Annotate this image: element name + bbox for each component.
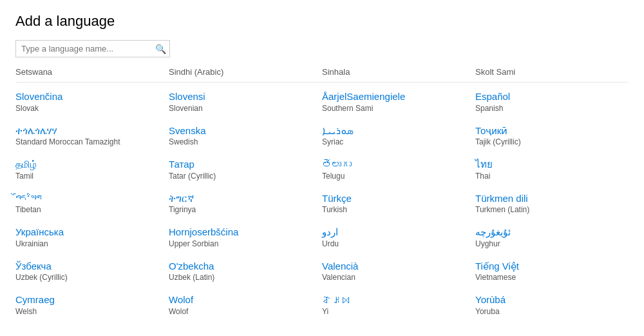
lang-native: Slovensi <box>169 90 316 103</box>
list-item[interactable]: Yorùbá Yoruba <box>475 288 629 322</box>
lang-native: Svenska <box>169 124 316 137</box>
list-item[interactable]: తెలుగు Telugu <box>322 153 475 187</box>
lang-native: తెలుగు <box>322 158 469 171</box>
lang-native: Ўзбекча <box>15 260 162 273</box>
lang-english: Tigrinya <box>169 205 316 214</box>
list-item[interactable]: Slovensi Slovenian <box>169 85 322 119</box>
lang-english: Syriac <box>322 137 469 146</box>
lang-english: Yi <box>322 307 469 316</box>
lang-english: Standard Moroccan Tamazight <box>15 137 162 146</box>
language-grid: Slovenčina Slovak Slovensi Slovenian Åar… <box>15 85 629 322</box>
lang-native: ÅarjelSaemiengiele <box>322 90 469 103</box>
list-item[interactable]: བོད་ཡིག Tibetan <box>15 187 169 221</box>
lang-native: Cymraeg <box>15 293 162 306</box>
partial-lang-sindhi[interactable]: Sindhi (Arabic) <box>169 66 322 79</box>
page-title: Add a language <box>15 13 629 30</box>
lang-english: Ukrainian <box>15 239 162 248</box>
lang-english: Urdu <box>322 239 469 248</box>
list-item[interactable]: Українська Ukrainian <box>15 221 169 255</box>
lang-english: Turkish <box>322 205 469 214</box>
lang-native: Yorùbá <box>475 293 622 306</box>
list-item[interactable]: ꆈꌠꉙ Yi <box>322 288 475 322</box>
list-item[interactable]: O'zbekcha Uzbek (Latin) <box>169 255 322 289</box>
list-item[interactable]: ไทย Thai <box>475 153 629 187</box>
lang-native: Тоҷикӣ <box>475 124 622 137</box>
list-item[interactable]: Tiếng Việt Vietnamese <box>475 255 629 289</box>
partial-lang-sinhala[interactable]: Sinhala <box>322 66 475 79</box>
lang-english: Uzbek (Cyrillic) <box>15 273 162 282</box>
list-item[interactable]: ተጎሌጎሌሃሃ Standard Moroccan Tamazight <box>15 119 169 153</box>
list-item[interactable]: Wolof Wolof <box>169 288 322 322</box>
partial-lang-native: Sinhala <box>322 67 350 77</box>
partial-lang-sami[interactable]: Skolt Sami <box>475 66 629 79</box>
lang-english: Uyghur <box>475 239 622 248</box>
partial-lang-setswana[interactable]: Setswana <box>15 66 169 79</box>
lang-english: Turkmen (Latin) <box>475 205 622 214</box>
lang-native: O'zbekcha <box>169 260 316 273</box>
list-item[interactable]: Türkmen dili Turkmen (Latin) <box>475 187 629 221</box>
lang-english: Tibetan <box>15 205 162 214</box>
search-icon: 🔍 <box>151 44 169 54</box>
lang-native: Valencià <box>322 260 469 273</box>
list-item[interactable]: ÅarjelSaemiengiele Southern Sami <box>322 85 475 119</box>
lang-native: اردو <box>322 226 469 239</box>
lang-english: Yoruba <box>475 307 622 316</box>
lang-native: தமிழ் <box>15 158 162 171</box>
list-item[interactable]: Татар Tatar (Cyrillic) <box>169 153 322 187</box>
lang-native: Slovenčina <box>15 90 162 103</box>
lang-native: ꆈꌠꉙ <box>322 293 469 306</box>
list-item[interactable]: ትግርኛ Tigrinya <box>169 187 322 221</box>
lang-native: Türkmen dili <box>475 192 622 205</box>
partial-lang-native: Skolt Sami <box>475 67 515 77</box>
lang-english: Tajik (Cyrillic) <box>475 137 622 146</box>
partial-lang-native: Setswana <box>15 67 52 77</box>
lang-english: Telugu <box>322 172 469 181</box>
lang-english: Slovak <box>15 104 162 113</box>
lang-english: Upper Sorbian <box>169 239 316 248</box>
lang-native: Українська <box>15 226 162 239</box>
list-item[interactable]: தமிழ் Tamil <box>15 153 169 187</box>
list-item[interactable]: ئۇيغۇرچە Uyghur <box>475 221 629 255</box>
lang-english: Tatar (Cyrillic) <box>169 172 316 181</box>
lang-english: Vietnamese <box>475 273 622 282</box>
list-item[interactable]: Ўзбекча Uzbek (Cyrillic) <box>15 255 169 289</box>
search-input[interactable] <box>16 41 151 57</box>
lang-native: Español <box>475 90 622 103</box>
lang-native: ተጎሌጎሌሃሃ <box>15 124 162 137</box>
lang-english: Southern Sami <box>322 104 469 113</box>
lang-native: ትግርኛ <box>169 192 316 205</box>
lang-native: Tiếng Việt <box>475 260 622 273</box>
list-item[interactable]: ܣܘܪܝܝܐ Syriac <box>322 119 475 153</box>
lang-english: Slovenian <box>169 104 316 113</box>
lang-native: ئۇيغۇرچە <box>475 226 622 239</box>
lang-native: Wolof <box>169 293 316 306</box>
lang-english: Swedish <box>169 137 316 146</box>
list-item[interactable]: Hornjoserbšćina Upper Sorbian <box>169 221 322 255</box>
lang-english: Tamil <box>15 172 162 181</box>
search-bar: 🔍 <box>15 40 170 57</box>
list-item[interactable]: Español Spanish <box>475 85 629 119</box>
list-item[interactable]: اردو Urdu <box>322 221 475 255</box>
list-item[interactable]: Тоҷикӣ Tajik (Cyrillic) <box>475 119 629 153</box>
partial-clipped-row: Setswana Sindhi (Arabic) Sinhala Skolt S… <box>15 66 629 83</box>
lang-native: Türkçe <box>322 192 469 205</box>
list-item[interactable]: Türkçe Turkish <box>322 187 475 221</box>
partial-lang-native: Sindhi (Arabic) <box>169 67 223 77</box>
lang-english: Thai <box>475 172 622 181</box>
list-item[interactable]: Slovenčina Slovak <box>15 85 169 119</box>
lang-english: Welsh <box>15 307 162 316</box>
lang-native: Hornjoserbšćina <box>169 226 316 239</box>
lang-english: Spanish <box>475 104 622 113</box>
lang-english: Valencian <box>322 273 469 282</box>
lang-english: Wolof <box>169 307 316 316</box>
lang-native: ไทย <box>475 158 622 171</box>
list-item[interactable]: Svenska Swedish <box>169 119 322 153</box>
lang-native: Татар <box>169 158 316 171</box>
lang-english: Uzbek (Latin) <box>169 273 316 282</box>
lang-native: བོད་ཡིག <box>15 192 162 205</box>
list-item[interactable]: Valencià Valencian <box>322 255 475 289</box>
lang-native: ܣܘܪܝܝܐ <box>322 124 469 137</box>
list-item[interactable]: Cymraeg Welsh <box>15 288 169 322</box>
